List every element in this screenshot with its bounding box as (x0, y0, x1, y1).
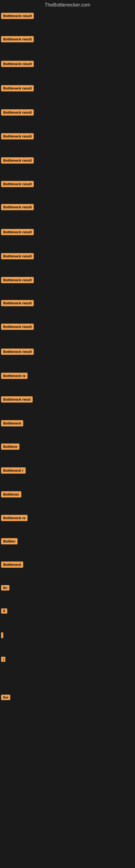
site-title: TheBottlenecker.com (45, 0, 90, 11)
bottleneck-result-label: Bottleneck result (1, 348, 34, 355)
list-item: Bottleneck result (1, 157, 34, 165)
list-item: Bottlene (1, 443, 19, 451)
list-item: Bottleneck result (1, 61, 34, 68)
bottleneck-result-label: Bo (1, 585, 9, 590)
bottleneck-result-label: Bot (1, 695, 10, 700)
bottleneck-result-label: Bottleneck result (1, 181, 34, 187)
list-item: Bottleneck result (1, 277, 34, 284)
bottleneck-result-label: Bottleneck result (1, 204, 34, 210)
list-item: Bottleneck result (1, 13, 34, 20)
list-item: Bo (1, 585, 9, 592)
list-item: Bottleneck result (1, 323, 34, 331)
list-item: Bottlen (1, 538, 17, 546)
bottleneck-result-label: Bottlen (1, 538, 17, 545)
bottleneck-result-label: Bottleneck result (1, 85, 34, 91)
bottleneck-result-label: Bottleneck result (1, 109, 34, 116)
bottleneck-result-label: | (1, 657, 5, 662)
list-item: Bottleneck r (1, 467, 26, 475)
list-item: Bottleneck result (1, 109, 34, 117)
bottleneck-result-label: Bottleneck result (1, 277, 34, 283)
bottleneck-result-label: Bottleneck result (1, 61, 34, 67)
bottleneck-result-label: Bottleneck (1, 561, 23, 568)
bottleneck-result-label: Bottleneck resul (1, 396, 33, 403)
list-item: Bottlenec (1, 491, 21, 499)
bottleneck-result-label: Bottleneck result (1, 157, 34, 163)
list-item (1, 632, 3, 639)
bottleneck-result-label: Bottleneck result (1, 229, 34, 235)
bottleneck-result-label: Bottlenec (1, 491, 21, 497)
list-item: Bottleneck (1, 561, 23, 569)
bottleneck-result-label: Bottleneck result (1, 253, 34, 259)
bottleneck-result-label: B (1, 609, 7, 614)
bottleneck-result-label: Bottleneck (1, 420, 23, 426)
bottleneck-result-label: Bottlene (1, 443, 19, 450)
list-item: B (1, 609, 7, 615)
list-item: Bottleneck (1, 420, 23, 428)
bottleneck-result-label: Bottleneck r (1, 467, 26, 474)
site-title-container: TheBottlenecker.com (0, 0, 135, 11)
bottleneck-result-label: Bottleneck result (1, 300, 34, 306)
list-item: Bottleneck result (1, 181, 34, 188)
bottleneck-result-label: Bottleneck result (1, 323, 34, 330)
list-item: Bottleneck result (1, 229, 34, 236)
list-item: Bottleneck resul (1, 396, 33, 404)
rows-container: Bottleneck resultBottleneck resultBottle… (0, 11, 135, 863)
bottleneck-result-label: Bottleneck result (1, 133, 34, 140)
bottleneck-result-label: Bottleneck re (1, 515, 28, 521)
list-item: Bottleneck result (1, 253, 34, 260)
bottleneck-result-label: Bottleneck result (1, 36, 34, 42)
list-item: Bottleneck result (1, 36, 34, 43)
list-item: Bottleneck result (1, 348, 34, 356)
bottleneck-result-label: Bottleneck result (1, 13, 34, 19)
list-item: Bot (1, 695, 10, 701)
list-item: | (1, 657, 5, 663)
list-item: Bottleneck re (1, 373, 28, 380)
bottleneck-result-label: Bottleneck re (1, 373, 28, 379)
empty-bar (1, 632, 3, 638)
list-item: Bottleneck result (1, 85, 34, 93)
list-item: Bottleneck result (1, 133, 34, 141)
list-item: Bottleneck result (1, 204, 34, 211)
list-item: Bottleneck result (1, 300, 34, 307)
list-item: Bottleneck re (1, 515, 28, 522)
